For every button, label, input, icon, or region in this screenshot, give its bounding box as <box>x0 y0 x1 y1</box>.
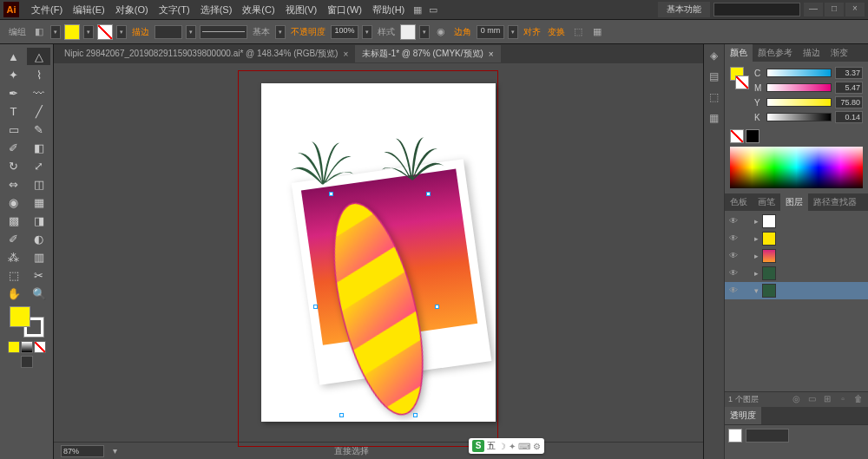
tab-close-icon[interactable]: × <box>343 49 348 59</box>
menu-help[interactable]: 帮助(H) <box>367 1 410 19</box>
opacity-dropdown[interactable]: ▾ <box>362 25 372 39</box>
ime-icon[interactable]: ⌨ <box>518 442 530 451</box>
mask-icon[interactable]: ▦ <box>589 24 605 40</box>
opacity-input[interactable]: 100% <box>331 25 358 39</box>
paintbrush-tool[interactable]: ✎ <box>27 121 50 138</box>
direct-selection-tool[interactable]: △ <box>27 48 50 65</box>
menu-effect[interactable]: 效果(C) <box>237 1 279 19</box>
blend-tool[interactable]: ◐ <box>27 230 50 247</box>
zoom-tool[interactable]: 🔍 <box>27 285 50 302</box>
curvature-tool[interactable]: 〰 <box>27 84 50 102</box>
selection-handle[interactable] <box>435 305 439 309</box>
layout-icon[interactable]: ▦ <box>410 2 425 17</box>
tab-close-icon[interactable]: × <box>489 49 494 59</box>
fill-dropdown[interactable]: ▾ <box>83 25 94 39</box>
visibility-icon[interactable]: 👁 <box>728 233 739 244</box>
ime-icon[interactable]: ☽ <box>498 442 506 451</box>
black-slider[interactable] <box>766 113 832 121</box>
document-tab-2[interactable]: 未标题-1* @ 87% (CMYK/预览)× <box>355 45 500 62</box>
screen-mode-btn[interactable] <box>21 356 33 368</box>
brushes-tab[interactable]: 画笔 <box>753 193 780 211</box>
selection-handle[interactable] <box>339 413 344 417</box>
panel-icon[interactable]: ◈ <box>707 49 721 63</box>
workspace-switcher[interactable]: 基本功能 <box>658 2 710 17</box>
menu-select[interactable]: 选择(S) <box>195 1 238 19</box>
expand-icon[interactable]: ▸ <box>754 234 759 243</box>
pathfinder-tab[interactable]: 路径查找器 <box>808 193 862 211</box>
menu-object[interactable]: 对象(O) <box>110 1 154 19</box>
canvas[interactable] <box>54 63 703 442</box>
black-swatch[interactable] <box>746 129 760 143</box>
doc-icon[interactable]: ▭ <box>425 2 441 17</box>
palm-leaf-right[interactable] <box>378 131 448 187</box>
minimize-button[interactable]: — <box>804 3 823 16</box>
menu-view[interactable]: 视图(V) <box>280 1 323 19</box>
stroke-tab[interactable]: 描边 <box>798 44 825 62</box>
layer-thumb[interactable] <box>762 232 776 246</box>
layers-tab[interactable]: 图层 <box>780 193 808 211</box>
selection-handle[interactable] <box>313 305 318 309</box>
corner-dropdown[interactable]: ▾ <box>508 25 518 39</box>
palm-leaf-left[interactable] <box>287 135 357 192</box>
artboard[interactable] <box>261 83 496 422</box>
color-spectrum[interactable] <box>730 147 863 188</box>
panel-icon[interactable]: ▦ <box>707 112 721 126</box>
color-mode-btn[interactable] <box>8 341 20 353</box>
stroke-profile[interactable] <box>200 25 247 39</box>
magenta-slider[interactable] <box>766 83 832 92</box>
blend-mode[interactable] <box>746 429 789 443</box>
gradient-mode-btn[interactable] <box>21 341 33 353</box>
expand-icon[interactable]: ▸ <box>754 252 759 260</box>
visibility-icon[interactable]: 👁 <box>728 216 739 226</box>
expand-icon[interactable]: ▾ <box>754 286 759 295</box>
menu-window[interactable]: 窗口(W) <box>322 1 367 19</box>
transform-label[interactable]: 变换 <box>548 26 565 38</box>
rotate-tool[interactable]: ↻ <box>2 157 25 174</box>
magenta-value[interactable]: 5.47 <box>835 82 863 94</box>
shape-builder-tool[interactable]: ◉ <box>2 193 25 211</box>
mesh-tool[interactable]: ▩ <box>2 212 25 229</box>
align-dropdown[interactable]: ▾ <box>50 25 61 39</box>
document-tab-1[interactable]: Nipic 29842067_201908291159039800000.ai*… <box>57 45 355 62</box>
yellow-slider[interactable] <box>766 98 832 107</box>
free-transform-tool[interactable]: ◫ <box>27 175 50 193</box>
ime-icon[interactable]: ✦ <box>509 442 516 451</box>
symbol-sprayer-tool[interactable]: ⁂ <box>2 248 25 266</box>
zoom-input[interactable] <box>61 445 104 457</box>
layer-thumb[interactable] <box>762 214 776 228</box>
none-swatch[interactable] <box>730 129 744 143</box>
visibility-icon[interactable]: 👁 <box>728 285 739 296</box>
black-value[interactable]: 0.14 <box>835 111 863 123</box>
selection-handle[interactable] <box>426 192 431 196</box>
new-sublayer-icon[interactable]: ⊞ <box>821 394 833 406</box>
slice-tool[interactable]: ✂ <box>27 266 50 284</box>
gradient-tool[interactable]: ◨ <box>27 212 50 229</box>
hand-tool[interactable]: ✋ <box>2 285 25 302</box>
ime-icon[interactable]: ⚙ <box>533 442 541 451</box>
search-input[interactable] <box>713 3 800 16</box>
type-tool[interactable]: T <box>2 102 25 120</box>
new-layer-icon[interactable]: ▫ <box>837 394 849 406</box>
stroke-weight-input[interactable] <box>155 25 182 39</box>
color-tab[interactable]: 颜色 <box>725 44 753 62</box>
magic-wand-tool[interactable]: ✦ <box>2 66 25 83</box>
selection-tool[interactable]: ▲ <box>2 48 25 65</box>
color-guide-tab[interactable]: 颜色参考 <box>753 44 798 62</box>
fill-swatch[interactable] <box>64 24 80 40</box>
recolor-icon[interactable]: ◉ <box>433 24 449 40</box>
align-label[interactable]: 对齐 <box>523 26 541 38</box>
swatches-tab[interactable]: 色板 <box>725 193 753 211</box>
style-swatch[interactable] <box>400 24 416 40</box>
selection-handle[interactable] <box>413 413 418 417</box>
align-icon[interactable]: ◧ <box>31 24 47 40</box>
layer-thumb[interactable] <box>762 266 776 280</box>
line-tool[interactable]: ╱ <box>27 102 50 120</box>
locate-icon[interactable]: ◎ <box>790 394 802 406</box>
corner-input[interactable]: 0 mm <box>477 25 504 39</box>
delete-icon[interactable]: 🗑 <box>852 394 865 406</box>
scale-tool[interactable]: ⤢ <box>27 157 50 174</box>
menu-file[interactable]: 文件(F) <box>26 1 68 19</box>
visibility-icon[interactable]: 👁 <box>728 268 739 279</box>
stroke-dropdown[interactable]: ▾ <box>116 25 127 39</box>
cyan-slider[interactable] <box>766 69 832 77</box>
